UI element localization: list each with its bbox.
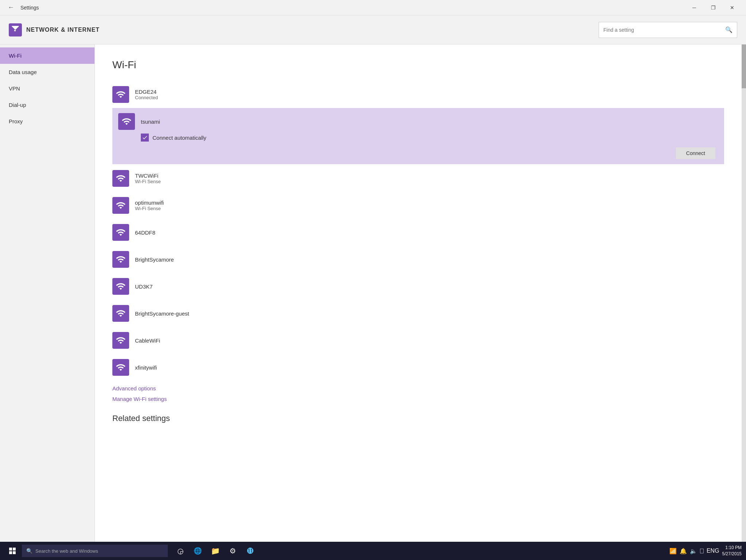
network-name-64ddf8: 64DDF8 bbox=[135, 229, 155, 236]
connect-btn-row: Connect bbox=[118, 147, 715, 159]
wifi-icon-edge24 bbox=[112, 86, 129, 103]
manage-wifi-link[interactable]: Manage Wi-Fi settings bbox=[112, 396, 724, 402]
content-area: Wi-Fi EDGE24 Connected tsunami bbox=[95, 45, 742, 542]
network-item-64ddf8[interactable]: 64DDF8 bbox=[112, 219, 724, 246]
related-settings-title: Related settings bbox=[112, 414, 724, 423]
network-name-edge24: EDGE24 bbox=[135, 89, 158, 95]
taskbar-time-display: 1:10 PM bbox=[722, 545, 742, 551]
advanced-options-link[interactable]: Advanced options bbox=[112, 385, 724, 391]
back-button[interactable]: ← bbox=[4, 1, 18, 14]
taskbar-ie[interactable]: ⓫ bbox=[242, 543, 258, 559]
taskbar-task-view[interactable]: ◶ bbox=[172, 543, 188, 559]
network-info-64ddf8: 64DDF8 bbox=[135, 229, 155, 236]
network-info-ud3k7: UD3K7 bbox=[135, 283, 152, 290]
sidebar-item-proxy[interactable]: Proxy bbox=[0, 113, 94, 130]
network-info-cablewifi: CableWiFi bbox=[135, 337, 160, 344]
wifi-icon-xfinitywifi bbox=[112, 359, 129, 376]
connect-auto-checkbox[interactable] bbox=[141, 134, 149, 142]
scrollbar-track[interactable] bbox=[742, 45, 746, 542]
taskbar-settings[interactable]: ⚙ bbox=[225, 543, 241, 559]
restore-button[interactable]: ❐ bbox=[704, 0, 723, 15]
network-info-twcwifi: TWCWiFi Wi-Fi Sense bbox=[135, 173, 161, 184]
network-item-ud3k7[interactable]: UD3K7 bbox=[112, 273, 724, 300]
network-name-cablewifi: CableWiFi bbox=[135, 337, 160, 344]
network-item-xfinitywifi[interactable]: xfinitywifi bbox=[112, 354, 724, 381]
network-item-twcwifi[interactable]: TWCWiFi Wi-Fi Sense bbox=[112, 165, 724, 192]
taskbar-search[interactable]: 🔍 Search the web and Windows bbox=[22, 545, 168, 557]
keyboard-icon: ⎕ bbox=[700, 548, 704, 554]
network-icon bbox=[11, 26, 19, 34]
network-info-xfinitywifi: xfinitywifi bbox=[135, 364, 157, 371]
network-name-twcwifi: TWCWiFi bbox=[135, 173, 161, 179]
network-info-optimumwifi: optimumwifi Wi-Fi Sense bbox=[135, 200, 164, 211]
wifi-icon-twcwifi bbox=[112, 170, 129, 187]
network-info-brightsycamore-guest: BrightSycamore-guest bbox=[135, 310, 189, 317]
network-item-cablewifi[interactable]: CableWiFi bbox=[112, 327, 724, 354]
start-button[interactable] bbox=[4, 543, 20, 559]
app-icon bbox=[9, 23, 22, 36]
volume-icon: 🔈 bbox=[690, 548, 697, 555]
language-label: ENG bbox=[707, 548, 719, 554]
minimize-button[interactable]: ─ bbox=[685, 0, 704, 15]
network-name-xfinitywifi: xfinitywifi bbox=[135, 364, 157, 371]
network-tray-icon: 📶 bbox=[669, 548, 677, 555]
network-status-edge24: Connected bbox=[135, 95, 158, 100]
windows-icon bbox=[8, 547, 17, 555]
wifi-icon-optimumwifi bbox=[112, 197, 129, 214]
network-name-brightsycamore: BrightSycamore bbox=[135, 256, 174, 263]
sidebar: Wi-Fi Data usage VPN Dial-up Proxy bbox=[0, 45, 95, 542]
page-title: Wi-Fi bbox=[112, 59, 724, 71]
search-icon: 🔍 bbox=[725, 26, 733, 33]
main-layout: Wi-Fi Data usage VPN Dial-up Proxy Wi-Fi… bbox=[0, 45, 746, 542]
network-list: EDGE24 Connected tsunami Connect automat… bbox=[112, 81, 724, 381]
network-item-brightsycamore[interactable]: BrightSycamore bbox=[112, 246, 724, 273]
close-button[interactable]: ✕ bbox=[723, 0, 742, 15]
taskbar-clock[interactable]: 1:10 PM 5/27/2015 bbox=[722, 545, 742, 557]
network-item-tsunami[interactable]: tsunami Connect automatically Connect bbox=[112, 108, 724, 164]
network-status-optimumwifi: Wi-Fi Sense bbox=[135, 206, 164, 211]
taskbar-system-tray: 📶 🔔 🔈 ⎕ ENG 1:10 PM 5/27/2015 bbox=[669, 545, 742, 557]
network-info-brightsycamore: BrightSycamore bbox=[135, 256, 174, 263]
app-header: NETWORK & INTERNET 🔍 bbox=[0, 15, 746, 45]
search-box[interactable]: 🔍 bbox=[599, 22, 737, 38]
taskbar-search-icon: 🔍 bbox=[26, 548, 32, 554]
wifi-icon-tsunami bbox=[118, 113, 135, 130]
connect-auto-row: Connect automatically bbox=[141, 134, 718, 142]
sidebar-item-vpn[interactable]: VPN bbox=[0, 80, 94, 97]
network-name-optimumwifi: optimumwifi bbox=[135, 200, 164, 206]
network-name-ud3k7: UD3K7 bbox=[135, 283, 152, 290]
sidebar-item-data-usage[interactable]: Data usage bbox=[0, 64, 94, 80]
network-status-twcwifi: Wi-Fi Sense bbox=[135, 179, 161, 184]
sidebar-item-wifi[interactable]: Wi-Fi bbox=[0, 47, 94, 64]
window-controls: ─ ❐ ✕ bbox=[685, 0, 742, 15]
taskbar-search-text: Search the web and Windows bbox=[35, 548, 98, 554]
title-bar: ← Settings ─ ❐ ✕ bbox=[0, 0, 746, 15]
wifi-icon-64ddf8 bbox=[112, 224, 129, 241]
sidebar-item-dial-up[interactable]: Dial-up bbox=[0, 97, 94, 113]
network-item-edge24[interactable]: EDGE24 Connected bbox=[112, 81, 724, 108]
taskbar-app-icons: ◶ 🌐 📁 ⚙ ⓫ bbox=[172, 543, 258, 559]
taskbar-date-display: 5/27/2015 bbox=[722, 551, 742, 557]
network-item-optimumwifi[interactable]: optimumwifi Wi-Fi Sense bbox=[112, 192, 724, 219]
network-info-edge24: EDGE24 Connected bbox=[135, 89, 158, 100]
network-name-brightsycamore-guest: BrightSycamore-guest bbox=[135, 310, 189, 317]
network-name-tsunami: tsunami bbox=[141, 119, 160, 125]
network-item-brightsycamore-guest[interactable]: BrightSycamore-guest bbox=[112, 300, 724, 327]
search-input[interactable] bbox=[603, 27, 725, 33]
connect-auto-label: Connect automatically bbox=[152, 135, 206, 141]
wifi-icon-brightsycamore bbox=[112, 251, 129, 268]
wifi-icon-cablewifi bbox=[112, 332, 129, 349]
taskbar-explorer[interactable]: 📁 bbox=[207, 543, 223, 559]
window-title: Settings bbox=[20, 5, 39, 11]
app-title: NETWORK & INTERNET bbox=[26, 27, 100, 33]
wifi-icon-brightsycamore-guest bbox=[112, 305, 129, 322]
wifi-icon-ud3k7 bbox=[112, 278, 129, 295]
connect-button[interactable]: Connect bbox=[676, 147, 715, 159]
taskbar-system-icons: 📶 🔔 🔈 ⎕ ENG bbox=[669, 548, 719, 555]
taskbar-edge[interactable]: 🌐 bbox=[190, 543, 206, 559]
taskbar: 🔍 Search the web and Windows ◶ 🌐 📁 ⚙ ⓫ 📶… bbox=[0, 542, 746, 560]
scrollbar-thumb[interactable] bbox=[742, 45, 746, 88]
notification-icon: 🔔 bbox=[680, 548, 687, 555]
